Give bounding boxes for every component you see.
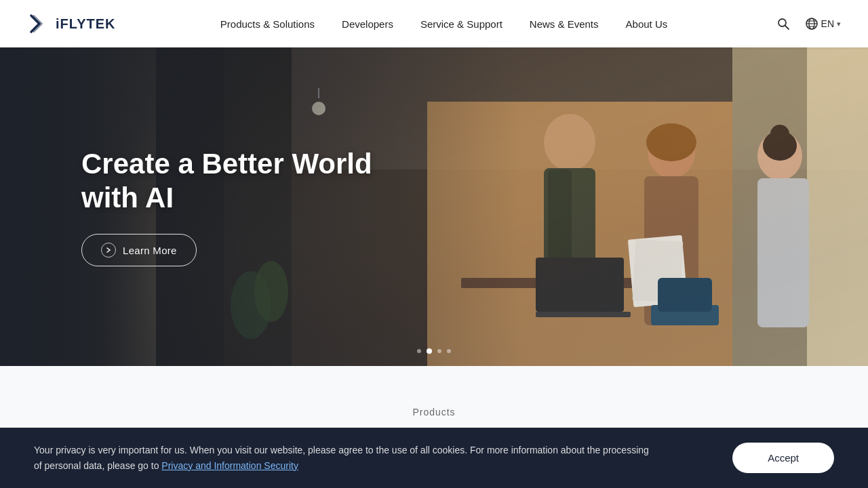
search-button[interactable] [772,13,794,35]
hero-content: Create a Better World with AI Learn More [0,47,868,366]
dot-4[interactable] [447,349,451,353]
chevron-down-icon: ▾ [837,20,841,28]
privacy-link[interactable]: Privacy and Information Security [161,460,298,471]
cookie-text-before-link: Your privacy is very important for us. W… [34,445,649,470]
arrow-circle-icon [101,243,116,258]
navbar-right: EN ▾ [772,13,841,35]
dot-1[interactable] [417,349,421,353]
nav-item-developers[interactable]: Developers [342,13,393,35]
accept-button[interactable]: Accept [732,443,834,473]
learn-more-button[interactable]: Learn More [81,234,197,266]
search-icon [776,17,790,30]
globe-icon [805,17,818,30]
svg-line-2 [785,26,789,29]
cookie-text: Your privacy is very important for us. W… [34,443,658,473]
section-tag: Products [412,407,455,418]
language-selector[interactable]: EN ▾ [805,17,841,30]
logo-icon [27,12,52,36]
hero-section: Create a Better World with AI Learn More [0,47,868,366]
svg-point-1 [778,19,786,26]
nav-item-about-us[interactable]: About Us [626,13,668,35]
language-label: EN [821,18,834,29]
dot-3[interactable] [437,349,441,353]
navbar: iFLYTEK Products & Solutions Developers … [0,0,868,47]
nav-menu: Products & Solutions Developers Service … [220,13,667,35]
learn-more-label: Learn More [123,245,177,256]
dot-2[interactable] [427,348,432,354]
nav-item-products-solutions[interactable]: Products & Solutions [220,13,315,35]
nav-item-news-events[interactable]: News & Events [530,13,599,35]
cookie-banner: Your privacy is very important for us. W… [0,428,868,488]
hero-title: Create a Better World with AI [81,147,434,216]
nav-item-service-support[interactable]: Service & Support [420,13,502,35]
hero-carousel-dots [417,348,451,354]
logo[interactable]: iFLYTEK [27,12,116,36]
logo-text: iFLYTEK [56,16,116,32]
